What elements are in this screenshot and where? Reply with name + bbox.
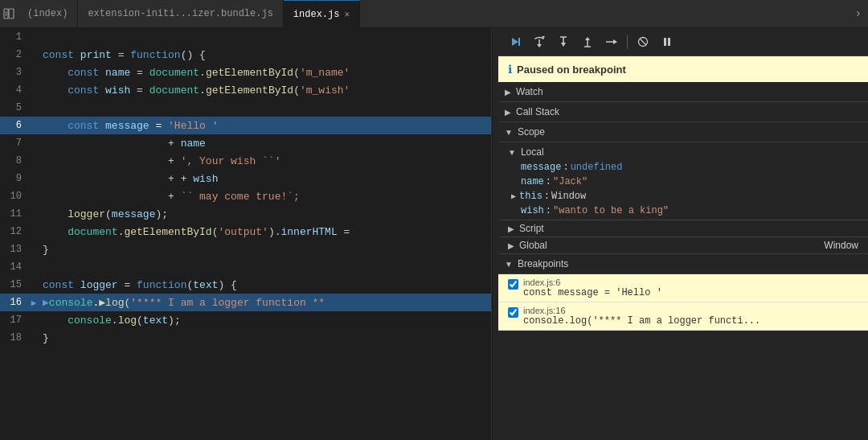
breakpoint-gutter (28, 28, 39, 46)
more-tabs-icon[interactable]: › (855, 7, 862, 20)
table-row: 3 const name = document.getElementById('… (0, 64, 491, 81)
line-number: 6 (0, 117, 28, 134)
step-button[interactable] (601, 31, 622, 52)
local-chevron-icon: ▼ (508, 148, 516, 157)
code-lines: 1 2 const print = function() { 3 const n… (0, 28, 491, 440)
local-label: Local (521, 146, 544, 158)
breakpoints-section-header[interactable]: ▼ Breakpoints (498, 253, 868, 274)
breakpoint-info: index.js:16 console.log('**** I am a log… (523, 306, 760, 327)
scope-key: this (519, 191, 542, 202)
global-value: Window (824, 240, 858, 251)
breakpoint-file: index.js:6 (523, 278, 662, 287)
watch-section-header[interactable]: ▶ Watch (498, 82, 868, 102)
deactivate-button[interactable] (633, 31, 653, 52)
breakpoints-list: index.js:6 const message = 'Hello ' inde… (498, 274, 868, 331)
scope-separator: : (563, 162, 568, 173)
global-section-header[interactable]: ▶ Global Window (498, 236, 868, 253)
local-section-header[interactable]: ▼ Local (498, 144, 868, 160)
pause-exceptions-button[interactable] (657, 31, 678, 52)
breakpoint-gutter (28, 205, 39, 223)
svg-rect-19 (668, 38, 670, 46)
code-content: + `` may come true!`; (39, 187, 300, 205)
step-over-button[interactable] (529, 31, 550, 52)
code-content: + name (39, 134, 206, 152)
line-number: 12 (0, 223, 28, 241)
code-content: const wish = document.getElementById('m_… (39, 81, 350, 99)
call-stack-section-header[interactable]: ▶ Call Stack (498, 102, 868, 122)
line-number: 18 (0, 329, 28, 347)
breakpoint-file: index.js:16 (523, 306, 760, 315)
watch-chevron-icon: ▶ (505, 88, 511, 97)
table-row: 5 (0, 99, 491, 117)
scope-section-header[interactable]: ▼ Scope (498, 122, 868, 142)
paused-text: Paused on breakpoint (517, 64, 626, 76)
close-tab-icon[interactable]: ✕ (344, 9, 350, 19)
debug-toolbar (498, 28, 868, 56)
line-number: 7 (0, 134, 28, 152)
code-content: const logger = function(text) { (39, 276, 237, 294)
table-row: 14 (0, 258, 491, 276)
table-row: 6 const message = 'Hello ' (0, 117, 491, 134)
breakpoint-gutter (28, 258, 39, 276)
scope-separator: : (546, 205, 551, 216)
scope-row-message: message : undefined (498, 160, 868, 175)
scope-local-section: ▼ Local message : undefined name : "Jack… (498, 142, 868, 220)
tab-bar-right: › (849, 7, 868, 20)
table-row: 2 const print = function() { (0, 46, 491, 64)
line-number: 9 (0, 170, 28, 187)
code-content: const print = function() { (39, 46, 206, 64)
info-icon: ℹ (508, 63, 512, 76)
collapse-panel-button[interactable] (0, 0, 18, 28)
line-number: 1 (0, 28, 28, 46)
code-panel: 1 2 const print = function() { 3 const n… (0, 28, 492, 440)
svg-marker-15 (613, 39, 617, 44)
scope-row-name: name : "Jack" (498, 175, 868, 189)
code-content: + + wish (39, 170, 218, 187)
line-number: 15 (0, 276, 28, 294)
tab-indexjs[interactable]: index.js ✕ (284, 0, 360, 28)
tab-extension[interactable]: extension-initi...izer.bundle.js (78, 0, 283, 28)
line-number: 16 (0, 294, 28, 311)
resume-button[interactable] (505, 31, 526, 52)
code-content: console.log(text); (39, 311, 181, 329)
scope-separator: : (544, 191, 550, 202)
line-number: 5 (0, 99, 28, 117)
table-row: 13 } (0, 241, 491, 258)
breakpoint-checkbox-2[interactable] (508, 307, 518, 318)
line-number: 13 (0, 241, 28, 258)
script-chevron-icon: ▶ (508, 224, 514, 233)
breakpoints-chevron-icon: ▼ (505, 260, 513, 269)
step-out-button[interactable] (577, 31, 598, 52)
right-panel: ℹ Paused on breakpoint ▶ Watch ▶ Call St… (498, 28, 868, 440)
scrollbar[interactable] (492, 28, 498, 440)
svg-rect-4 (518, 38, 520, 46)
table-row: 4 const wish = document.getElementById('… (0, 81, 491, 99)
scope-key: wish (521, 205, 544, 216)
breakpoint-gutter (28, 170, 39, 187)
scope-value: Window (551, 191, 586, 202)
tab-index[interactable]: (index) (18, 0, 78, 28)
breakpoint-gutter (28, 223, 39, 241)
table-row: 16 ▶ ▶console.▶log('**** I am a logger f… (0, 294, 491, 311)
list-item: index.js:6 const message = 'Hello ' (498, 274, 868, 302)
breakpoint-gutter (28, 134, 39, 152)
breakpoint-gutter (28, 152, 39, 170)
script-section-header[interactable]: ▶ Script (498, 220, 868, 236)
scope-key: name (521, 176, 544, 187)
tab-bar: (index) extension-initi...izer.bundle.js… (0, 0, 868, 28)
breakpoint-checkbox-1[interactable] (508, 279, 518, 290)
breakpoint-gutter (28, 99, 39, 117)
paused-banner: ℹ Paused on breakpoint (498, 56, 868, 82)
table-row: 10 + `` may come true!`; (0, 187, 491, 205)
scope-value: "wanto to be a king" (553, 205, 669, 216)
line-number: 2 (0, 46, 28, 64)
scope-chevron-icon: ▼ (505, 128, 513, 137)
table-row: 12 document.getElementById('output').inn… (0, 223, 491, 241)
step-into-button[interactable] (553, 31, 574, 52)
code-content: ▶console.▶log('**** I am a logger functi… (39, 294, 325, 311)
global-chevron-icon: ▶ (508, 241, 514, 250)
breakpoint-gutter (28, 187, 39, 205)
code-content (39, 99, 43, 117)
table-row: 15 const logger = function(text) { (0, 276, 491, 294)
table-row: 18 } (0, 329, 491, 347)
